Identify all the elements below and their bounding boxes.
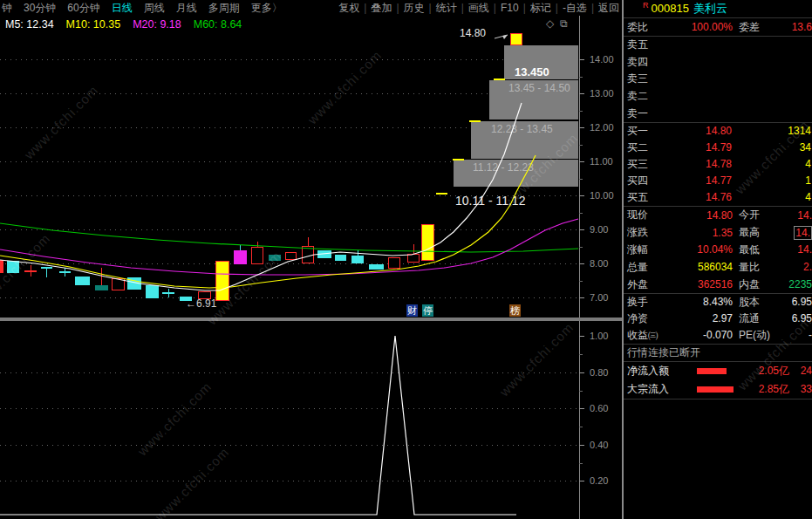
info-label-1: 涨跌 [624, 225, 669, 240]
buy-row-3[interactable]: 买三14.784 [624, 156, 812, 173]
toolbar-button-4[interactable]: 画线 [468, 2, 489, 14]
info-value-2: 14. [775, 209, 812, 222]
info-label-2: 股本 [739, 295, 775, 310]
info-label-2: PE(动) [739, 328, 775, 343]
buy-row-price: 14.78 [664, 158, 732, 170]
toolbar-button-6[interactable]: 标记 [530, 2, 551, 14]
axis-label-main-0: 14.00 [590, 54, 614, 65]
info-value-1: 10.04% [669, 243, 733, 256]
info-label-1: 换手 [624, 295, 669, 310]
price-axis: 14.0013.0012.0011.0010.009.008.007.001.0… [579, 16, 622, 519]
info-value-1: -0.070 [669, 329, 733, 341]
info-row-收益㈢: 收益㈢-0.070PE(动)- [624, 327, 812, 344]
period-tab-6[interactable]: 多周期 [208, 2, 240, 14]
axis-minortick-main-3 [579, 179, 583, 180]
stock-code: 000815 [652, 2, 689, 15]
sell-row-4[interactable]: 卖二 [624, 88, 812, 106]
info-value-2: 2. [775, 261, 812, 273]
info-value-2: 2235 [775, 278, 812, 290]
buy-row-volume: 34 [732, 141, 812, 154]
weicha-value: 13.6 [775, 21, 812, 33]
event-badge-0[interactable]: 财 [406, 304, 418, 317]
axis-minortick-ind-0 [579, 354, 583, 355]
info-value-1: 586034 [669, 261, 733, 273]
axis-label-main-4: 10.00 [590, 190, 614, 201]
rights-marker: R [643, 1, 649, 10]
toolbar-button-5[interactable]: F10 [501, 2, 519, 14]
period-tab-2[interactable]: 60分钟 [67, 2, 99, 14]
info-value-1: 362516 [669, 278, 733, 290]
event-badge-1[interactable]: 停 [422, 304, 433, 317]
sell-row-2[interactable]: 卖四 [624, 54, 812, 72]
flow-value: 2.05亿 [759, 364, 789, 379]
axis-minortick-main-0 [579, 77, 583, 78]
period-tab-5[interactable]: 月线 [176, 2, 197, 14]
axis-label-ind-3: 0.40 [590, 440, 608, 450]
axis-minortick-ind-3 [579, 463, 583, 464]
info-value-2: - [775, 329, 812, 341]
indicator-line-svg [0, 321, 579, 519]
period-tab-4[interactable]: 周线 [144, 2, 165, 14]
buy-row-price: 14.79 [664, 141, 732, 154]
info-value-1: 14.80 [669, 209, 733, 222]
axis-label-main-3: 11.00 [590, 156, 613, 167]
panel-divider-horizontal[interactable] [0, 318, 622, 321]
buy-row-label: 买二 [624, 140, 664, 155]
info-label-2: 量比 [739, 260, 775, 275]
axis-label-main-7: 7.00 [590, 292, 608, 303]
info-label-2: 流通 [739, 311, 775, 326]
toolbar-button-7[interactable]: -自选 [563, 2, 587, 14]
info-value-1: 8.43% [669, 296, 733, 308]
buy-row-price: 14.77 [664, 174, 732, 187]
indicator-spike-line [0, 336, 516, 515]
toolbar-button-2[interactable]: 历史 [404, 2, 425, 14]
sell-queue: 卖五卖四卖三卖二卖一 [624, 37, 812, 123]
toolbar-button-8[interactable]: 返回 [598, 2, 619, 14]
sell-row-1[interactable]: 卖五 [624, 37, 812, 54]
info-label-1: 总量 [624, 260, 669, 275]
main-candle-chart[interactable]: M5: 12.34M10: 10.35M20: 9.18M60: 8.64◇⧉1… [0, 16, 579, 318]
buy-row-1[interactable]: 买一14.801314 [624, 123, 812, 140]
weibi-row: 委比 100.00% 委差 13.6 [624, 18, 812, 37]
buy-row-price: 14.80 [664, 125, 732, 137]
axis-label-main-1: 13.00 [590, 88, 614, 99]
flow-value: 2.85亿 [759, 382, 789, 397]
buy-row-label: 买四 [624, 174, 664, 188]
buy-row-2[interactable]: 买二14.7934 [624, 140, 812, 156]
period-tab-1[interactable]: 30分钟 [24, 2, 56, 14]
axis-tick-main-1 [579, 93, 584, 94]
period-tab-3[interactable]: 日线 [112, 2, 133, 14]
axis-tick-main-3 [579, 161, 584, 162]
axis-minortick-ind-1 [579, 391, 583, 392]
period-tab-0[interactable]: 钟 [2, 2, 12, 14]
toolbar-button-3[interactable]: 统计 [436, 2, 457, 14]
event-badge-2[interactable]: 榜 [509, 304, 521, 317]
axis-line [579, 16, 580, 519]
info-row-现价: 现价14.80今开14. [624, 207, 812, 224]
axis-tick-ind-3 [579, 445, 584, 446]
info-row-涨幅: 涨幅10.04%最低14. [624, 242, 812, 259]
toolbar-button-0[interactable]: 复权 [338, 2, 359, 14]
sell-row-3[interactable]: 卖三 [624, 71, 812, 88]
toolbar-separator: | [556, 2, 558, 14]
axis-tick-main-6 [579, 263, 584, 264]
period-tab-7[interactable]: 更多〉 [251, 2, 283, 14]
buy-row-price: 14.76 [664, 191, 732, 203]
axis-tick-main-4 [579, 195, 584, 196]
axis-minortick-main-5 [579, 247, 583, 248]
period-tabs: 钟30分钟60分钟日线周线月线多周期更多〉 [2, 1, 294, 16]
axis-label-main-2: 12.00 [590, 122, 614, 133]
info-value-2: 6.95 [775, 312, 812, 324]
indicator-panel[interactable] [0, 321, 579, 519]
axis-minortick-main-4 [579, 213, 583, 214]
buy-row-volume: 4 [732, 191, 812, 203]
buy-row-5[interactable]: 买五14.764 [624, 189, 812, 206]
toolbar-separator: | [364, 2, 366, 14]
info-value-2: 14. [775, 243, 812, 256]
info-row-净资: 净资2.97流通6.95 [624, 311, 812, 327]
buy-row-4[interactable]: 买四14.771 [624, 173, 812, 189]
info-label-1: 涨幅 [624, 242, 669, 257]
toolbar-button-1[interactable]: 叠加 [371, 2, 392, 14]
buy-row-label: 买三 [624, 157, 664, 172]
sell-row-5[interactable]: 卖一 [624, 105, 812, 122]
